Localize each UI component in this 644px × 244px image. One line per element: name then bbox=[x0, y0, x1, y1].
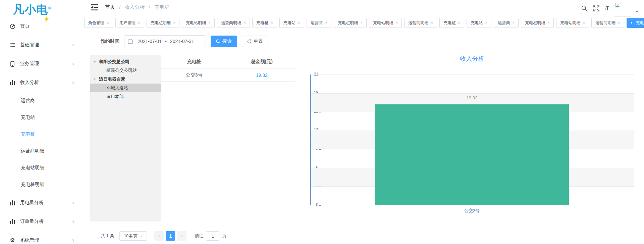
close-icon[interactable]: × bbox=[208, 20, 211, 25]
prev-page-button[interactable]: ‹ bbox=[154, 231, 164, 241]
sidebar-item-label: 订单量分析 bbox=[20, 218, 44, 225]
page-number-button[interactable]: 1 bbox=[166, 231, 175, 241]
font-size-icon[interactable]: tT bbox=[605, 5, 609, 11]
close-icon[interactable]: × bbox=[271, 20, 273, 25]
tab-pile[interactable]: 充电桩× bbox=[439, 18, 464, 28]
tab-station[interactable]: 充电站× bbox=[279, 18, 304, 28]
tab-operator-detail[interactable]: 运营商明细× bbox=[591, 18, 624, 28]
sidebar-item-label: 用电量分析 bbox=[20, 200, 44, 206]
sidebar-subitem-station-detail[interactable]: 充电站明细 bbox=[0, 162, 82, 174]
sidebar: 凡小电® 首页 基础管理 ∨ 业务管理 ∨ 收入分析 ∧ 运营商 充电站 充电桩 bbox=[0, 0, 82, 244]
tab-pile[interactable]: 充电桩× bbox=[252, 18, 277, 28]
bar-chart-icon bbox=[9, 80, 15, 86]
user-menu-caret-icon[interactable]: ▾ bbox=[636, 9, 638, 14]
sidebar-subitem-station[interactable]: 充电站 bbox=[0, 111, 82, 124]
tree-node-zhuiri-hq[interactable]: 追日本部 bbox=[90, 92, 161, 101]
close-icon[interactable]: × bbox=[325, 20, 327, 25]
sidebar-collapse-icon[interactable] bbox=[91, 4, 98, 11]
breadcrumb-pile: 充电桩 bbox=[154, 4, 169, 10]
sidebar-subitem-operator[interactable]: 运营商 bbox=[0, 95, 82, 107]
sidebar-item-system-mgmt[interactable]: ⚙ 系统管理 ∨ bbox=[0, 234, 82, 244]
tab-bar: 角色管理× 用户管理× 充电桩明细× 充电站明细× 运营商明细× 充电桩× 充电… bbox=[84, 17, 644, 28]
close-icon[interactable]: × bbox=[547, 20, 550, 25]
breadcrumb-home[interactable]: 首页 bbox=[105, 4, 115, 10]
bar-chart-icon bbox=[9, 200, 15, 206]
chevron-down-icon: ∨ bbox=[140, 234, 143, 238]
sidebar-subitem-label: 充电桩明细 bbox=[21, 182, 44, 188]
sidebar-item-biz-mgmt[interactable]: 业务管理 ∨ bbox=[0, 57, 82, 70]
caret-down-icon[interactable] bbox=[93, 61, 96, 63]
tab-pile-detail[interactable]: 充电桩明细× bbox=[521, 18, 554, 28]
pagination: 共 1 条 10条/页 ∨ ‹ 1 › 前往 页 bbox=[101, 231, 226, 241]
sidebar-item-order-analysis[interactable]: 订单量分析 ∨ bbox=[0, 215, 82, 228]
next-page-button[interactable]: › bbox=[177, 231, 186, 241]
close-icon[interactable]: × bbox=[173, 20, 175, 25]
sidebar-item-income-analysis[interactable]: 收入分析 ∧ bbox=[0, 76, 82, 89]
close-icon[interactable]: × bbox=[618, 20, 620, 25]
page-size-select[interactable]: 10条/页 ∨ bbox=[119, 231, 147, 241]
close-icon[interactable]: × bbox=[583, 20, 585, 25]
caret-down-icon[interactable] bbox=[93, 79, 96, 80]
column-header-amount: 总金额(元) bbox=[228, 59, 296, 65]
sidebar-item-home[interactable]: 首页 bbox=[0, 19, 82, 33]
close-icon[interactable]: × bbox=[485, 20, 487, 25]
date-end-input[interactable] bbox=[168, 39, 196, 44]
close-icon[interactable]: × bbox=[458, 20, 460, 25]
sidebar-item-base-mgmt[interactable]: 基础管理 ∨ bbox=[0, 38, 82, 52]
sidebar-item-label: 收入分析 bbox=[20, 80, 39, 86]
logo-reg-mark: ® bbox=[48, 6, 51, 10]
tab-station-detail[interactable]: 充电站明细× bbox=[182, 18, 215, 28]
tree-node-dengcheng-station[interactable]: 邓城大道站 bbox=[90, 84, 161, 92]
bar-series-income bbox=[375, 104, 569, 205]
table-header: 充电桩 总金额(元) bbox=[160, 55, 296, 69]
tree-node-company[interactable]: 襄阳公交总公司 bbox=[90, 57, 161, 66]
chevron-down-icon: ∨ bbox=[72, 61, 75, 66]
tab-operator[interactable]: 运营商× bbox=[494, 18, 519, 28]
tab-station-detail[interactable]: 充电站明细× bbox=[556, 18, 589, 28]
sidebar-subitem-pile[interactable]: 充电桩 bbox=[0, 128, 82, 140]
bar-chart-icon bbox=[9, 218, 15, 225]
search-button[interactable]: 搜索 bbox=[211, 36, 237, 47]
gear-icon: ⚙ bbox=[9, 237, 15, 243]
active-dot-icon: ● bbox=[631, 21, 633, 24]
date-range-input[interactable]: - bbox=[124, 35, 206, 47]
close-icon[interactable]: × bbox=[298, 20, 300, 25]
avatar[interactable] bbox=[614, 2, 631, 16]
tab-operator-detail[interactable]: 运营商明细× bbox=[217, 18, 250, 28]
close-icon[interactable]: × bbox=[512, 20, 515, 25]
sidebar-item-power-analysis[interactable]: 用电量分析 ∨ bbox=[0, 196, 82, 209]
chevron-up-icon: ∧ bbox=[72, 80, 75, 85]
tab-operator[interactable]: 运营商× bbox=[307, 18, 331, 28]
app-logo[interactable]: 凡小电® bbox=[13, 2, 51, 17]
sidebar-subitem-label: 充电桩 bbox=[21, 131, 35, 137]
bar-value-label: 19.32 bbox=[455, 95, 489, 100]
reset-button[interactable]: 重置 bbox=[242, 36, 268, 47]
breadcrumb-income: 收入分析 bbox=[125, 4, 145, 10]
tab-pile-detail[interactable]: 充电桩明细× bbox=[334, 18, 367, 28]
breadcrumb-separator: / bbox=[119, 4, 120, 10]
tab-station-detail[interactable]: 充电站明细× bbox=[369, 18, 402, 28]
close-icon[interactable]: × bbox=[138, 20, 140, 25]
tab-pile-active[interactable]: ●充电桩× bbox=[627, 18, 644, 28]
close-icon[interactable]: × bbox=[107, 20, 109, 25]
date-range-label: 预约时间 bbox=[101, 38, 119, 44]
close-icon[interactable]: × bbox=[431, 20, 433, 25]
calendar-icon bbox=[128, 39, 133, 44]
close-icon[interactable]: × bbox=[360, 20, 363, 25]
tab-station[interactable]: 充电站× bbox=[467, 18, 491, 28]
tab-role-mgmt[interactable]: 角色管理× bbox=[84, 18, 113, 28]
tab-pile-detail[interactable]: 充电桩明细× bbox=[147, 18, 179, 28]
tree-node-tanxi-station[interactable]: 檀溪公交公司站 bbox=[90, 66, 161, 75]
tree-node-zhuiri[interactable]: 追日电器自营 bbox=[90, 75, 161, 84]
logo-text: 凡小电 bbox=[13, 3, 48, 16]
tab-user-mgmt[interactable]: 用户管理× bbox=[115, 18, 144, 28]
sidebar-subitem-operator-detail[interactable]: 运营商明细 bbox=[0, 145, 82, 157]
goto-page-input[interactable] bbox=[206, 231, 219, 241]
fullscreen-icon[interactable] bbox=[593, 5, 600, 12]
date-start-input[interactable] bbox=[136, 39, 164, 44]
sidebar-subitem-pile-detail[interactable]: 充电桩明细 bbox=[0, 179, 82, 191]
close-icon[interactable]: × bbox=[395, 20, 398, 25]
search-icon[interactable] bbox=[581, 5, 588, 12]
close-icon[interactable]: × bbox=[244, 20, 246, 25]
tab-operator-detail[interactable]: 运营商明细× bbox=[404, 18, 437, 28]
